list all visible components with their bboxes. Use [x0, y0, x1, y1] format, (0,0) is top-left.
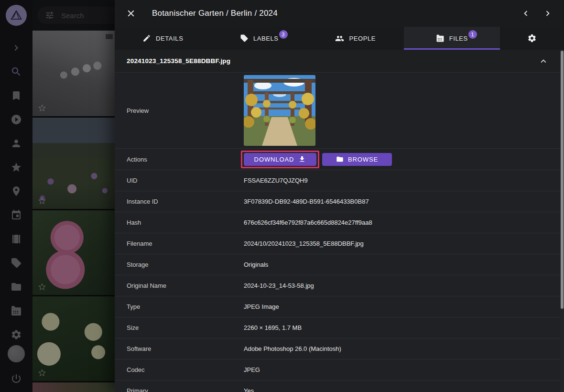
dialog-title: Botanischer Garten / Berlin / 2024 [152, 9, 278, 18]
dialog-settings-gear-icon[interactable] [523, 30, 541, 47]
field-label: Preview [115, 107, 244, 114]
field-value: Originals [244, 261, 564, 268]
field-label: Instance ID [115, 198, 244, 205]
field-value: 2024/10/20241023_125358_5E88DBBF.jpg [244, 240, 564, 247]
tab-labels[interactable]: LABELS3 [211, 27, 308, 50]
field-label: Type [115, 303, 244, 310]
tab-label: PEOPLE [349, 35, 376, 42]
field-value: 2260 × 1695, 1.7 MB [244, 324, 564, 331]
field-value: Yes [244, 387, 564, 392]
field-value: 3F07839D-DB92-489D-B591-6546433B0B87 [244, 198, 564, 205]
field-label: Actions [115, 156, 244, 163]
tab-details[interactable]: DETAILS [115, 27, 211, 50]
people-icon [335, 34, 344, 43]
file-name: 20241023_125358_5E88DBBF.jpg [127, 57, 230, 65]
field-label: Original Name [115, 282, 244, 289]
labels-count-badge: 3 [279, 30, 288, 39]
modal-scrim [0, 0, 115, 392]
previous-photo-chevron-icon[interactable] [517, 5, 534, 22]
detail-row: TypeJPEG Image [115, 296, 564, 317]
field-value: 676c626cf34f6e792f87a6c665d8824e27ff9aa8 [244, 219, 564, 226]
tab-label: DETAILS [156, 35, 183, 42]
detail-row: Filename2024/10/20241023_125358_5E88DBBF… [115, 233, 564, 254]
download-icon [298, 155, 306, 163]
dialog-header: Botanischer Garten / Berlin / 2024 [115, 0, 564, 27]
field-label: Storage [115, 261, 244, 268]
download-button[interactable]: DOWNLOAD [244, 153, 316, 166]
detail-row-preview: Preview [115, 73, 564, 149]
field-label: Filename [115, 240, 244, 247]
tab-bar: DETAILS LABELS3 PEOPLE FILES1 [115, 27, 564, 50]
field-label: UID [115, 177, 244, 184]
detail-row: Size2260 × 1695, 1.7 MB [115, 317, 564, 338]
browse-button[interactable]: BROWSE [322, 153, 392, 166]
tab-label: FILES1 [449, 35, 468, 42]
detail-row: Original Name2024-10-23_14-53-58.jpg [115, 275, 564, 296]
field-label: Software [115, 345, 244, 352]
detail-row: UIDFSSAE6ZZU7QJZQH9 [115, 170, 564, 191]
file-preview-image[interactable] [244, 75, 315, 146]
tab-files[interactable]: FILES1 [404, 27, 500, 50]
field-value: 2024-10-23_14-53-58.jpg [244, 282, 564, 289]
folder-icon [336, 155, 344, 163]
files-count-badge: 1 [468, 30, 477, 39]
close-icon[interactable] [122, 5, 140, 22]
field-label: Primary [115, 387, 244, 392]
file-header[interactable]: 20241023_125358_5E88DBBF.jpg [115, 50, 564, 73]
detail-row: PrimaryYes [115, 381, 564, 392]
field-label: Hash [115, 219, 244, 226]
chevron-up-icon[interactable] [538, 56, 549, 66]
field-value: FSSAE6ZZU7QJZQH9 [244, 177, 564, 184]
detail-row: Hash676c626cf34f6e792f87a6c665d8824e27ff… [115, 212, 564, 233]
label-icon [240, 34, 249, 43]
file-cabinet-icon [436, 34, 445, 43]
detail-row: CodecJPEG [115, 359, 564, 381]
field-value: Adobe Photoshop 26.0 (Macintosh) [244, 345, 564, 352]
photo-edit-dialog: Botanischer Garten / Berlin / 2024 DETAI… [115, 0, 564, 392]
field-label: Codec [115, 366, 244, 373]
tab-people[interactable]: PEOPLE [307, 27, 404, 50]
next-photo-chevron-icon[interactable] [539, 5, 556, 22]
detail-row: Instance ID3F07839D-DB92-489D-B591-65464… [115, 191, 564, 212]
dialog-scrollbar-thumb[interactable] [561, 51, 564, 309]
field-value: JPEG [244, 366, 564, 373]
detail-row: StorageOriginals [115, 254, 564, 275]
pencil-icon [142, 34, 151, 43]
field-value: JPEG Image [244, 303, 564, 310]
file-field-rows: UIDFSSAE6ZZU7QJZQH9Instance ID3F07839D-D… [115, 170, 564, 392]
tab-label: LABELS3 [253, 35, 279, 42]
field-label: Size [115, 324, 244, 331]
detail-row-actions: Actions DOWNLOAD BROWSE [115, 149, 564, 170]
detail-row: SoftwareAdobe Photoshop 26.0 (Macintosh) [115, 338, 564, 359]
